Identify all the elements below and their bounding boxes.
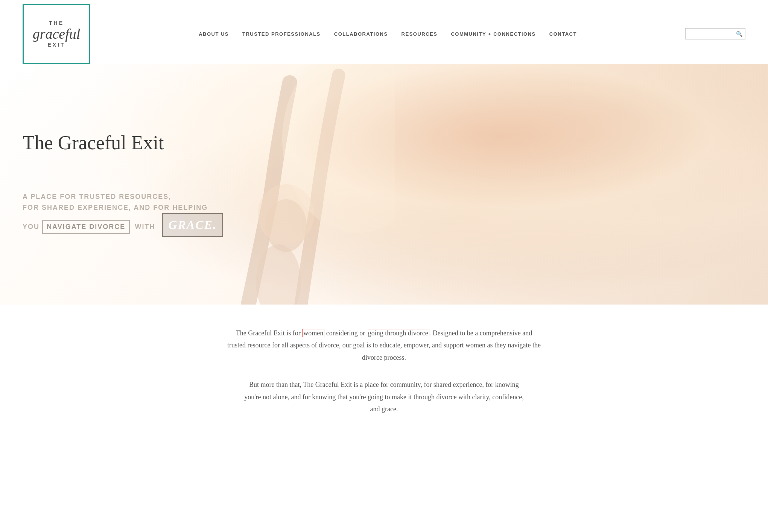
hero-title: The Graceful Exit xyxy=(23,132,164,154)
tagline-grace: grace. xyxy=(168,218,216,232)
tagline-line1: A PLACE FOR TRUSTED RESOURCES, xyxy=(23,191,223,202)
tagline-navigate-divorce: NAVIGATE DIVORCE xyxy=(42,220,130,234)
para1-middle: considering or xyxy=(324,329,367,337)
logo[interactable]: THE graceful EXIT xyxy=(23,4,90,64)
logo-the: THE xyxy=(49,20,64,26)
search-wrapper[interactable]: 🔍 xyxy=(685,28,745,39)
logo-graceful: graceful xyxy=(33,27,81,41)
tagline-you: YOU xyxy=(23,223,40,230)
content-section: The Graceful Exit is for women consideri… xyxy=(204,305,565,445)
hero-person-svg xyxy=(132,64,395,305)
tagline-grace-box: grace. xyxy=(162,213,222,237)
para1-prefix: The Graceful Exit is for xyxy=(236,329,302,337)
nav-trusted-professionals[interactable]: TRUSTED PROFESSIONALS xyxy=(236,31,327,37)
logo-box: THE graceful EXIT xyxy=(23,4,90,64)
hero-section: The Graceful Exit A PLACE FOR TRUSTED RE… xyxy=(0,64,768,305)
para1-going-through-divorce: going through divorce xyxy=(367,329,429,337)
content-paragraph-1: The Graceful Exit is for women consideri… xyxy=(226,327,542,364)
nav-resources[interactable]: RESOURCES xyxy=(395,31,444,37)
nav-contact[interactable]: CONTACT xyxy=(543,31,584,37)
header-top: THE graceful EXIT ABOUT US TRUSTED PROFE… xyxy=(0,0,768,64)
content-paragraph-2: But more than that, The Graceful Exit is… xyxy=(241,379,527,415)
tagline-with: WITH xyxy=(135,223,155,230)
search-icon: 🔍 xyxy=(736,31,742,37)
para1-women: women xyxy=(302,329,324,337)
nav-about-us[interactable]: ABOUT US xyxy=(192,31,236,37)
tagline-line2: FOR SHARED EXPERIENCE, AND FOR HELPING xyxy=(23,202,223,213)
nav-collaborations[interactable]: COLLABORATIONS xyxy=(327,31,395,37)
tagline-line3: YOU NAVIGATE DIVORCE WITH grace. xyxy=(23,213,223,237)
logo-exit: EXIT xyxy=(47,42,65,48)
main-nav: ABOUT US TRUSTED PROFESSIONALS COLLABORA… xyxy=(169,24,606,44)
header: THE graceful EXIT ABOUT US TRUSTED PROFE… xyxy=(0,0,768,64)
nav-community-connections[interactable]: COMMUNITY + CONNECTIONS xyxy=(444,31,542,37)
hero-tagline: A PLACE FOR TRUSTED RESOURCES, FOR SHARE… xyxy=(23,191,223,237)
